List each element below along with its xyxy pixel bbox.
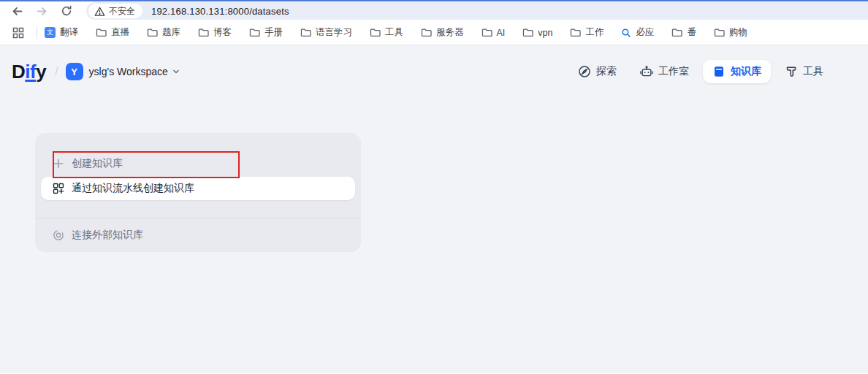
connect-external-kb-label: 连接外部知识库 (72, 229, 143, 242)
back-arrow-icon (11, 5, 23, 18)
bookmark-item[interactable]: 工具 (370, 26, 403, 39)
studio-icon (640, 65, 653, 78)
folder-icon (249, 28, 260, 37)
bookmark-label: vpn (538, 28, 552, 38)
chevron-down-icon[interactable] (171, 66, 181, 77)
bookmarks-bar: 文翻译直播题库博客手册语言学习工具服务器AIvpn工作必应番购物 (0, 20, 868, 45)
bookmark-item[interactable]: 文翻译 (45, 26, 78, 39)
bookmark-item[interactable]: 必应 (621, 26, 654, 39)
bookmark-item[interactable]: 题库 (147, 26, 180, 39)
forward-arrow-icon (36, 5, 48, 18)
folder-icon (147, 28, 158, 37)
nav-item-label: 探索 (596, 65, 617, 78)
browser-window: 不安全 192.168.130.131:8000/datasets 文翻译直播题… (0, 0, 868, 373)
create-dataset-label: 创建知识库 (72, 157, 123, 170)
dify-logo[interactable]: Dify (12, 62, 46, 81)
tools-icon (785, 65, 798, 78)
bookmark-label: 语言学习 (316, 26, 352, 39)
bookmark-item[interactable]: 手册 (249, 26, 283, 39)
warning-triangle-icon (94, 7, 105, 16)
create-from-pipeline-button[interactable]: 通过知识流水线创建知识库 (41, 177, 355, 200)
forward-button[interactable] (32, 3, 51, 19)
folder-icon (522, 28, 533, 37)
bookmarks-list: 文翻译直播题库博客手册语言学习工具服务器AIvpn工作必应番购物 (45, 26, 765, 39)
bookmark-label: 题库 (162, 26, 180, 39)
card-spacer (35, 200, 361, 218)
folder-icon (671, 28, 682, 37)
pipeline-blocks-icon (53, 183, 64, 194)
bookmark-label: AI (497, 28, 506, 38)
app-header: Dify / Y yslg's Workspace 探索工作室知识库工具 (0, 45, 868, 83)
folder-icon (421, 28, 432, 37)
bookmark-label: 工作 (585, 26, 604, 39)
bookmarks-separator (37, 27, 37, 39)
security-chip[interactable]: 不安全 (88, 4, 142, 18)
main-nav: 探索工作室知识库工具 (568, 60, 833, 83)
plus-icon (53, 158, 64, 169)
connect-external-kb-button[interactable]: 连接外部知识库 (35, 218, 361, 252)
breadcrumb-slash: / (55, 65, 58, 78)
bookmark-label: 手册 (264, 26, 283, 39)
folder-icon (570, 28, 581, 37)
bookmark-item[interactable]: 服务器 (421, 26, 464, 39)
bookmark-label: 服务器 (436, 26, 464, 39)
create-from-pipeline-label: 通过知识流水线创建知识库 (72, 182, 194, 195)
workspace-avatar[interactable]: Y (66, 63, 83, 80)
reload-icon (61, 5, 72, 17)
create-dataset-menu: 创建知识库 通过知识流水线创建知识库 连接外部知识库 (35, 133, 361, 252)
nav-item-explore[interactable]: 探索 (568, 60, 626, 83)
folder-icon (300, 28, 311, 37)
bookmark-label: 翻译 (60, 26, 78, 39)
create-dataset-button[interactable]: 创建知识库 (35, 150, 361, 177)
bookmark-item[interactable]: 工作 (570, 26, 604, 39)
translate-icon: 文 (45, 27, 56, 38)
security-label: 不安全 (109, 5, 135, 18)
folder-icon (481, 28, 492, 37)
bookmark-label: 购物 (729, 26, 747, 39)
nav-item-label: 工具 (803, 65, 823, 78)
apps-grid-icon (12, 27, 24, 39)
folder-icon (198, 28, 209, 37)
bookmark-label: 番 (687, 26, 696, 39)
external-knowledge-icon (53, 229, 64, 241)
bookmark-item[interactable]: vpn (522, 28, 552, 38)
folder-icon (96, 28, 107, 37)
explore-icon (578, 65, 591, 78)
browser-toolbar: 不安全 192.168.130.131:8000/datasets (0, 1, 868, 20)
folder-icon (370, 28, 381, 37)
bookmark-item[interactable]: AI (481, 28, 506, 38)
nav-item-label: 工作室 (658, 65, 689, 78)
apps-shortcut-button[interactable] (9, 25, 28, 41)
bookmark-label: 直播 (111, 26, 129, 39)
search-icon (621, 28, 631, 38)
nav-item-knowledge[interactable]: 知识库 (703, 60, 771, 83)
folder-icon (714, 28, 725, 37)
reload-button[interactable] (57, 3, 76, 19)
bookmark-label: 必应 (636, 26, 654, 39)
bookmark-label: 工具 (385, 26, 403, 39)
url-text: 192.168.130.131:8000/datasets (151, 6, 289, 17)
nav-item-label: 知识库 (731, 65, 761, 78)
nav-item-studio[interactable]: 工作室 (631, 60, 698, 83)
bookmark-label: 博客 (213, 26, 232, 39)
bookmark-item[interactable]: 直播 (96, 26, 129, 39)
knowledge-icon (712, 65, 726, 78)
address-bar[interactable]: 不安全 192.168.130.131:8000/datasets (86, 2, 868, 20)
bookmark-item[interactable]: 番 (671, 26, 696, 39)
dify-app: Dify / Y yslg's Workspace 探索工作室知识库工具 创建知… (0, 45, 868, 373)
nav-item-tools[interactable]: 工具 (775, 60, 833, 83)
bookmark-item[interactable]: 购物 (714, 26, 747, 39)
bookmark-item[interactable]: 博客 (198, 26, 232, 39)
bookmark-item[interactable]: 语言学习 (300, 26, 352, 39)
back-button[interactable] (7, 3, 26, 19)
workspace-name[interactable]: yslg's Workspace (89, 66, 168, 77)
